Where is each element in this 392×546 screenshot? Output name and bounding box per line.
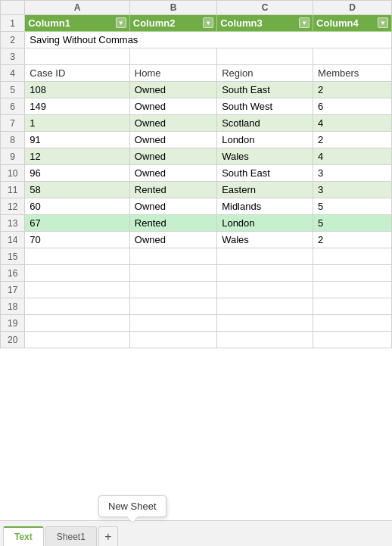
cell-19-a[interactable] — [25, 315, 129, 332]
col-header-c[interactable]: C — [217, 1, 313, 15]
cell-14-a[interactable]: 70 — [25, 232, 129, 248]
cell-15-b[interactable] — [129, 248, 216, 265]
cell-13-c[interactable]: London — [217, 215, 313, 232]
cell-18-b[interactable] — [129, 298, 216, 315]
cell-11-a[interactable]: 58 — [25, 182, 129, 198]
cell-3-c[interactable] — [217, 48, 313, 65]
cell-17-d[interactable] — [313, 282, 392, 298]
cell-14-b[interactable]: Owned — [129, 232, 216, 248]
cell-4-d[interactable]: Members — [313, 65, 392, 82]
cell-17-c[interactable] — [217, 282, 313, 298]
cell-6-c[interactable]: South West — [217, 98, 313, 115]
cell-5-b[interactable]: Owned — [129, 82, 216, 98]
cell-18-d[interactable] — [313, 298, 392, 315]
cell-6-b[interactable]: Owned — [129, 98, 216, 115]
row-num-2: 2 — [1, 32, 25, 48]
cell-16-d[interactable] — [313, 265, 392, 282]
col4-label: Column4 — [316, 17, 359, 29]
cell-9-d[interactable]: 4 — [313, 148, 392, 165]
cell-19-d[interactable] — [313, 315, 392, 332]
cell-12-c[interactable]: Midlands — [217, 198, 313, 215]
cell-13-b[interactable]: Rented — [129, 215, 216, 232]
cell-9-c[interactable]: Wales — [217, 148, 313, 165]
cell-13-d[interactable]: 5 — [313, 215, 392, 232]
cell-5-c[interactable]: South East — [217, 82, 313, 98]
cell-1-b[interactable]: Column2 ▼ — [129, 15, 216, 32]
cell-14-d[interactable]: 2 — [313, 232, 392, 248]
cell-12-a[interactable]: 60 — [25, 198, 129, 215]
cell-14-c[interactable]: Wales — [217, 232, 313, 248]
col-header-d[interactable]: D — [313, 1, 392, 15]
cell-3-a[interactable] — [25, 48, 129, 65]
cell-3-b[interactable] — [129, 48, 216, 65]
cell-1-c[interactable]: Column3 ▼ — [217, 15, 313, 32]
cell-4-b[interactable]: Home — [129, 65, 216, 82]
cell-16-a[interactable] — [25, 265, 129, 282]
tab-add-button[interactable]: + — [98, 526, 118, 546]
cell-15-c[interactable] — [217, 248, 313, 265]
cell-7-a[interactable]: 1 — [25, 115, 129, 132]
cell-8-d[interactable]: 2 — [313, 132, 392, 148]
cell-15-d[interactable] — [313, 248, 392, 265]
grid-area: A B C D 1 Column1 ▼ Column2 ▼ — [0, 0, 392, 520]
cell-20-d[interactable] — [313, 332, 392, 348]
row-num-5: 5 — [1, 82, 25, 98]
cell-7-d[interactable]: 4 — [313, 115, 392, 132]
table-row: 9 12 Owned Wales 4 — [1, 148, 392, 165]
cell-9-b[interactable]: Owned — [129, 148, 216, 165]
cell-6-a[interactable]: 149 — [25, 98, 129, 115]
cell-11-b[interactable]: Rented — [129, 182, 216, 198]
cell-1-a[interactable]: Column1 ▼ — [25, 15, 129, 32]
cell-17-b[interactable] — [129, 282, 216, 298]
cell-10-c[interactable]: South East — [217, 165, 313, 182]
row-num-19: 19 — [1, 315, 25, 332]
cell-1-d[interactable]: Column4 ▼ — [313, 15, 392, 32]
cell-5-a[interactable]: 108 — [25, 82, 129, 98]
cell-12-d[interactable]: 5 — [313, 198, 392, 215]
table-row: 3 — [1, 48, 392, 65]
cell-9-a[interactable]: 12 — [25, 148, 129, 165]
cell-18-c[interactable] — [217, 298, 313, 315]
cell-17-a[interactable] — [25, 282, 129, 298]
cell-18-a[interactable] — [25, 298, 129, 315]
cell-4-a[interactable]: Case ID — [25, 65, 129, 82]
cell-7-b[interactable]: Owned — [129, 115, 216, 132]
cell-3-d[interactable] — [313, 48, 392, 65]
cell-16-c[interactable] — [217, 265, 313, 282]
cell-15-a[interactable] — [25, 248, 129, 265]
cell-6-d[interactable]: 6 — [313, 98, 392, 115]
cell-4-c[interactable]: Region — [217, 65, 313, 82]
cell-8-a[interactable]: 91 — [25, 132, 129, 148]
cell-12-b[interactable]: Owned — [129, 198, 216, 215]
cell-2-a[interactable]: Saving Without Commas — [25, 32, 392, 48]
cell-20-b[interactable] — [129, 332, 216, 348]
table-row: 18 — [1, 298, 392, 315]
cell-10-b[interactable]: Owned — [129, 165, 216, 182]
cell-5-d[interactable]: 2 — [313, 82, 392, 98]
filter-btn-col3[interactable]: ▼ — [299, 17, 310, 28]
tab-text[interactable]: Text — [3, 526, 44, 546]
col-header-a[interactable]: A — [25, 1, 129, 15]
cell-10-a[interactable]: 96 — [25, 165, 129, 182]
cell-8-b[interactable]: Owned — [129, 132, 216, 148]
col-header-b[interactable]: B — [129, 1, 216, 15]
cell-16-b[interactable] — [129, 265, 216, 282]
cell-7-c[interactable]: Scotland — [217, 115, 313, 132]
cell-20-a[interactable] — [25, 332, 129, 348]
filter-btn-col1[interactable]: ▼ — [116, 17, 126, 28]
cell-13-a[interactable]: 67 — [25, 215, 129, 232]
cell-19-b[interactable] — [129, 315, 216, 332]
cell-20-c[interactable] — [217, 332, 313, 348]
row-num-8: 8 — [1, 132, 25, 148]
cell-11-c[interactable]: Eastern — [217, 182, 313, 198]
cell-11-d[interactable]: 3 — [313, 182, 392, 198]
cell-10-d[interactable]: 3 — [313, 165, 392, 182]
cell-19-c[interactable] — [217, 315, 313, 332]
col3-label: Column3 — [220, 17, 263, 29]
table-row: 1 Column1 ▼ Column2 ▼ Column3 ▼ Column4 — [1, 15, 392, 32]
filter-btn-col4[interactable]: ▼ — [378, 17, 388, 28]
table-row: 17 — [1, 282, 392, 298]
tab-sheet1[interactable]: Sheet1 — [45, 526, 97, 546]
filter-btn-col2[interactable]: ▼ — [203, 17, 213, 28]
cell-8-c[interactable]: London — [217, 132, 313, 148]
